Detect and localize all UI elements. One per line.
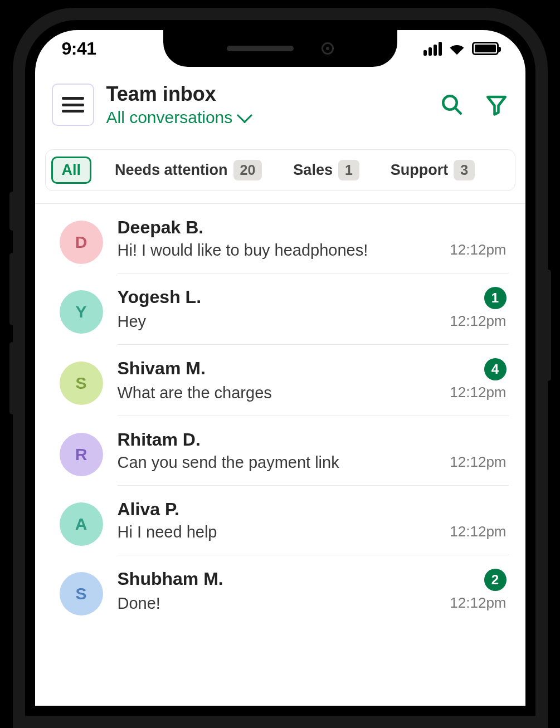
contact-name: Rhitam D. xyxy=(118,429,201,450)
filter-chip-support[interactable]: Support 3 xyxy=(383,155,483,185)
message-time: 12:12pm xyxy=(450,594,506,612)
contact-name: Yogesh L. xyxy=(118,287,202,307)
avatar: R xyxy=(60,433,103,476)
hamburger-icon xyxy=(62,97,84,113)
phone-bezel: 9:41 Team inbox xyxy=(25,20,535,716)
unread-badge: 1 xyxy=(484,287,507,309)
filter-bar: All Needs attention 20 Sales 1 Support 3 xyxy=(45,149,515,191)
filter-chip-count: 20 xyxy=(233,160,262,180)
phone-screen: 9:41 Team inbox xyxy=(35,30,525,706)
conversation-row[interactable]: D Deepak B. Hi! I would like to buy head… xyxy=(35,204,525,273)
avatar: S xyxy=(60,572,103,615)
contact-name: Aliva P. xyxy=(118,499,179,520)
conversation-list: D Deepak B. Hi! I would like to buy head… xyxy=(35,204,525,626)
filter-chip-all[interactable]: All xyxy=(51,157,92,184)
menu-button[interactable] xyxy=(52,84,94,126)
message-preview: Done! xyxy=(118,594,160,613)
page-title: Team inbox xyxy=(106,82,427,106)
avatar: D xyxy=(60,221,103,264)
message-preview: Can you send the payment link xyxy=(118,453,339,472)
speaker-grille xyxy=(227,46,294,51)
filter-chip-needs-attention[interactable]: Needs attention 20 xyxy=(107,155,270,185)
funnel-icon xyxy=(485,93,508,116)
conversation-row[interactable]: Y Yogesh L. 1 Hey 12:12pm xyxy=(35,273,525,345)
chevron-down-icon xyxy=(237,108,252,123)
contact-name: Shubham M. xyxy=(118,569,223,589)
phone-side-button xyxy=(9,192,15,231)
message-time: 12:12pm xyxy=(450,523,506,540)
unread-badge: 4 xyxy=(484,358,507,380)
phone-frame: 9:41 Team inbox xyxy=(13,8,548,728)
filter-button[interactable] xyxy=(484,92,509,117)
cellular-signal-icon xyxy=(423,42,442,56)
phone-notch xyxy=(163,30,397,67)
phone-power-button xyxy=(546,270,551,381)
message-time: 12:12pm xyxy=(450,241,506,258)
message-time: 12:12pm xyxy=(450,384,506,401)
front-camera xyxy=(322,42,334,55)
search-icon xyxy=(440,93,464,116)
contact-name: Shivam M. xyxy=(118,358,206,379)
filter-chip-count: 1 xyxy=(338,160,359,180)
message-preview: Hi! I would like to buy headphones! xyxy=(118,241,368,260)
header-actions xyxy=(440,92,509,117)
avatar: Y xyxy=(60,290,103,334)
phone-volume-up xyxy=(9,253,15,325)
filter-chip-label: Needs attention xyxy=(115,162,228,179)
header-subtitle-label: All conversations xyxy=(106,108,233,127)
message-preview: Hi I need help xyxy=(118,523,217,541)
filter-chip-sales[interactable]: Sales 1 xyxy=(285,155,367,185)
filter-chip-label: All xyxy=(62,162,81,179)
status-time: 9:41 xyxy=(62,38,96,59)
svg-marker-2 xyxy=(488,97,505,115)
wifi-icon xyxy=(449,42,465,55)
conversation-row[interactable]: S Shubham M. 2 Done! 12:12pm xyxy=(35,555,525,626)
app-header: Team inbox All conversations xyxy=(35,67,525,138)
svg-line-1 xyxy=(455,108,461,114)
conversation-row[interactable]: R Rhitam D. Can you send the payment lin… xyxy=(35,416,525,486)
status-icons xyxy=(423,42,499,56)
conversation-row[interactable]: A Aliva P. Hi I need help 12:12pm xyxy=(35,486,525,555)
battery-icon xyxy=(472,42,499,55)
message-time: 12:12pm xyxy=(450,453,506,471)
header-subtitle-dropdown[interactable]: All conversations xyxy=(106,108,427,127)
filter-chip-count: 3 xyxy=(454,160,475,180)
conversation-row[interactable]: S Shivam M. 4 What are the charges 12:12… xyxy=(35,345,525,416)
unread-badge: 2 xyxy=(484,569,507,591)
filter-chip-label: Support xyxy=(391,162,448,179)
message-time: 12:12pm xyxy=(450,312,506,330)
avatar: S xyxy=(60,361,103,405)
message-preview: Hey xyxy=(118,312,147,331)
avatar: A xyxy=(60,502,103,546)
message-preview: What are the charges xyxy=(118,384,272,402)
header-titles: Team inbox All conversations xyxy=(106,82,427,127)
phone-volume-down xyxy=(9,342,15,414)
search-button[interactable] xyxy=(440,92,464,117)
contact-name: Deepak B. xyxy=(118,217,204,238)
filter-chip-label: Sales xyxy=(293,162,333,179)
